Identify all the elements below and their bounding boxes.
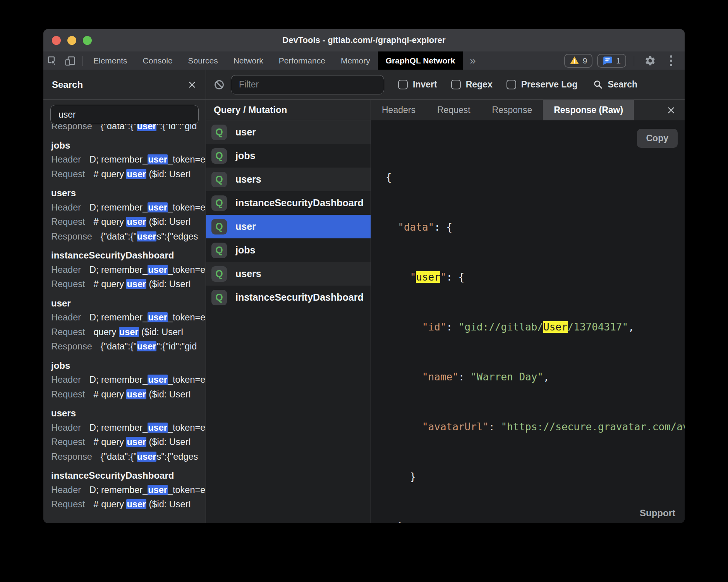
search-result-line[interactable]: Request# query user ($id: UserI — [51, 435, 206, 450]
invert-label: Invert — [413, 79, 437, 90]
query-badge: Q — [211, 172, 227, 187]
chevron-double-right-icon: » — [470, 55, 476, 67]
message-icon — [603, 56, 613, 65]
search-result-entry[interactable]: jobs HeaderD; remember_user_token=e Requ… — [51, 358, 206, 402]
zoom-window-button[interactable] — [83, 36, 92, 45]
inspect-icon — [46, 55, 58, 67]
support-link[interactable]: Support — [640, 508, 675, 519]
query-list-title: Query / Mutation — [214, 104, 287, 115]
search-result-line[interactable]: HeaderD; remember_user_token=e — [51, 483, 206, 498]
search-result-line[interactable]: Request# query user ($id: UserI — [51, 277, 206, 292]
query-row-jobs[interactable]: Q jobs — [206, 238, 371, 262]
preserve-log-checkbox-group[interactable]: Preserve Log — [507, 79, 578, 90]
search-result-line[interactable]: HeaderD; remember_user_token=e — [51, 310, 206, 325]
search-result-line[interactable]: HeaderD; remember_user_token=e — [51, 200, 206, 215]
warning-icon — [570, 56, 579, 65]
filter-box — [231, 75, 384, 94]
query-row-jobs[interactable]: Q jobs — [206, 144, 371, 168]
search-result-entry[interactable]: user HeaderD; remember_user_token=e Requ… — [51, 296, 206, 354]
search-result-entry[interactable]: users HeaderD; remember_user_token=e Req… — [51, 406, 206, 464]
query-row-user-selected[interactable]: Q user — [206, 215, 371, 238]
search-result-line[interactable]: HeaderD; remember_user_token=e — [51, 263, 206, 277]
tab-headers[interactable]: Headers — [371, 100, 426, 120]
preserve-log-label: Preserve Log — [521, 79, 578, 90]
search-result-line[interactable]: HeaderD; remember_user_token=e — [51, 421, 206, 435]
more-options-button[interactable] — [663, 54, 679, 67]
tabbar-right-controls: 9 1 — [564, 51, 685, 70]
search-toggle-label: Search — [608, 79, 637, 90]
search-panel-header: Search — [43, 70, 206, 100]
search-result-line[interactable]: Request# query user ($id: UserI — [51, 387, 206, 402]
tab-performance[interactable]: Performance — [271, 51, 333, 70]
gear-icon — [644, 55, 656, 67]
issues-badge[interactable]: 1 — [597, 54, 626, 68]
preserve-log-checkbox[interactable] — [507, 80, 516, 89]
search-panel-title: Search — [52, 79, 83, 90]
devtools-window: DevTools - gitlab.com/-/graphql-explorer… — [43, 29, 685, 523]
json-line: "name": "Warren Day", — [386, 369, 685, 385]
search-result-line[interactable]: Requestquery user ($id: UserI — [51, 325, 206, 340]
regex-checkbox[interactable] — [451, 80, 461, 89]
query-badge: Q — [211, 148, 227, 164]
settings-button[interactable] — [642, 55, 658, 67]
query-row-user[interactable]: Q user — [206, 120, 371, 144]
query-badge: Q — [211, 243, 227, 258]
query-row-users[interactable]: Q users — [206, 262, 371, 286]
json-line: "id": "gid://gitlab/User/13704317", — [386, 319, 685, 336]
devtools-tabbar: Elements Console Sources Network Perform… — [43, 51, 685, 70]
tab-graphql-network[interactable]: GraphQL Network — [378, 51, 463, 70]
message-count: 1 — [616, 56, 621, 65]
tabbar-divider — [634, 56, 634, 66]
search-result-entry[interactable]: jobs HeaderD; remember_user_token=e Requ… — [51, 138, 206, 182]
search-result-line[interactable]: Request# query user ($id: UserI — [51, 497, 206, 512]
query-row-instance-security-dashboard[interactable]: Q instanceSecurityDashboard — [206, 286, 371, 309]
tab-network[interactable]: Network — [226, 51, 271, 70]
close-window-button[interactable] — [52, 36, 61, 45]
close-icon[interactable] — [187, 80, 197, 90]
query-row-instance-security-dashboard[interactable]: Q instanceSecurityDashboard — [206, 191, 371, 215]
tab-response-raw[interactable]: Response (Raw) — [543, 100, 634, 120]
search-result-line[interactable]: Response{"data":{"user":{"id":"gid — [51, 339, 206, 354]
device-toolbar-icon — [64, 55, 76, 67]
tab-console[interactable]: Console — [135, 51, 180, 70]
search-panel: Search Response{"data":{"user":{"id":"gi… — [43, 70, 206, 523]
search-result-line[interactable]: Response{"data":{"users":{"edges — [51, 450, 206, 464]
search-result-line[interactable]: HeaderD; remember_user_token=e — [51, 152, 206, 167]
search-result-line[interactable]: Response{"data":{"user":{"id":"gid — [51, 124, 206, 134]
tab-sources[interactable]: Sources — [180, 51, 226, 70]
regex-checkbox-group[interactable]: Regex — [451, 79, 493, 90]
warning-count: 9 — [583, 56, 587, 65]
invert-checkbox-group[interactable]: Invert — [398, 79, 437, 90]
search-result-line[interactable]: HeaderD; remember_user_token=e — [51, 373, 206, 387]
search-box — [50, 105, 199, 124]
detail-panel: Headers Request Response Response (Raw) … — [371, 100, 685, 523]
clear-icon[interactable] — [214, 79, 225, 90]
more-tabs-button[interactable]: » — [463, 51, 483, 70]
copy-button[interactable]: Copy — [637, 129, 678, 148]
search-result-entry[interactable]: users HeaderD; remember_user_token=e Req… — [51, 186, 206, 244]
search-result-entry[interactable]: instanceSecurityDashboard HeaderD; remem… — [51, 248, 206, 292]
close-detail-button[interactable] — [658, 100, 685, 120]
tab-response[interactable]: Response — [481, 100, 543, 120]
tab-elements[interactable]: Elements — [86, 51, 135, 70]
search-toggle[interactable]: Search — [593, 79, 637, 90]
json-line: } — [386, 519, 685, 523]
panels: Query / Mutation Q user Q jobs Q — [206, 100, 685, 523]
tabbar-divider — [82, 56, 82, 66]
search-result-line[interactable]: Request# query user ($id: UserI — [51, 215, 206, 229]
invert-checkbox[interactable] — [398, 80, 408, 89]
device-toolbar-button[interactable] — [61, 51, 79, 70]
window-titlebar[interactable]: DevTools - gitlab.com/-/graphql-explorer — [43, 29, 685, 51]
search-result-line[interactable]: Response{"data":{"users":{"edges — [51, 229, 206, 244]
filter-input[interactable] — [231, 75, 384, 94]
warnings-badge[interactable]: 9 — [564, 54, 593, 68]
inspect-element-button[interactable] — [43, 51, 61, 70]
regex-label: Regex — [466, 79, 493, 90]
tab-request[interactable]: Request — [426, 100, 481, 120]
search-result-entry[interactable]: instanceSecurityDashboard HeaderD; remem… — [51, 468, 206, 512]
tab-memory[interactable]: Memory — [333, 51, 378, 70]
search-result-line[interactable]: Request# query user ($id: UserI — [51, 167, 206, 182]
query-row-users[interactable]: Q users — [206, 168, 371, 191]
search-input[interactable] — [50, 105, 199, 124]
minimize-window-button[interactable] — [67, 36, 76, 45]
